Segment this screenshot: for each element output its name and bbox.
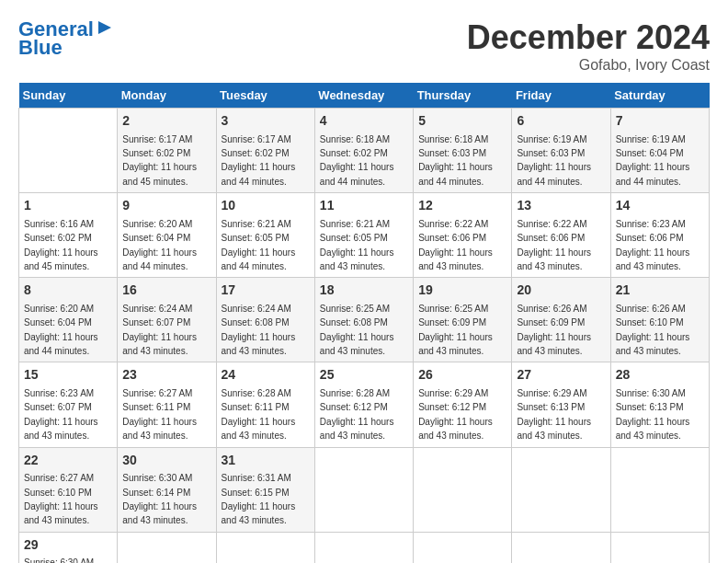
day-info: Sunrise: 6:30 AMSunset: 6:13 PMDaylight:… bbox=[616, 388, 690, 441]
calendar-day-cell: 30 Sunrise: 6:30 AMSunset: 6:14 PMDaylig… bbox=[118, 447, 216, 532]
weekday-header-row: SundayMondayTuesdayWednesdayThursdayFrid… bbox=[19, 83, 710, 109]
day-info: Sunrise: 6:29 AMSunset: 6:13 PMDaylight:… bbox=[517, 388, 591, 441]
day-number: 18 bbox=[320, 282, 408, 300]
day-info: Sunrise: 6:30 AMSunset: 6:14 PMDaylight:… bbox=[122, 473, 197, 525]
day-number: 28 bbox=[616, 366, 704, 385]
calendar-day-cell bbox=[512, 532, 610, 563]
day-info: Sunrise: 6:17 AMSunset: 6:02 PMDaylight:… bbox=[122, 134, 197, 187]
day-info: Sunrise: 6:18 AMSunset: 6:03 PMDaylight:… bbox=[418, 134, 493, 187]
day-info: Sunrise: 6:21 AMSunset: 6:05 PMDaylight:… bbox=[320, 219, 394, 271]
day-info: Sunrise: 6:28 AMSunset: 6:11 PMDaylight:… bbox=[222, 388, 296, 441]
weekday-header-cell: Wednesday bbox=[314, 83, 413, 109]
calendar-day-cell bbox=[216, 532, 314, 563]
day-number: 9 bbox=[122, 197, 210, 215]
day-info: Sunrise: 6:18 AMSunset: 6:02 PMDaylight:… bbox=[320, 134, 394, 187]
svg-marker-0 bbox=[98, 21, 111, 34]
weekday-header-cell: Tuesday bbox=[216, 83, 314, 109]
day-number: 21 bbox=[616, 282, 704, 300]
calendar-day-cell: 6 Sunrise: 6:19 AMSunset: 6:03 PMDayligh… bbox=[512, 109, 610, 193]
calendar-day-cell bbox=[314, 532, 413, 563]
day-info: Sunrise: 6:20 AMSunset: 6:04 PMDaylight:… bbox=[24, 304, 98, 356]
logo-arrow-icon bbox=[98, 19, 115, 36]
calendar-day-cell: 11 Sunrise: 6:21 AMSunset: 6:05 PMDaylig… bbox=[314, 193, 413, 278]
calendar-day-cell: 18 Sunrise: 6:25 AMSunset: 6:08 PMDaylig… bbox=[314, 278, 413, 362]
calendar-day-cell: 12 Sunrise: 6:22 AMSunset: 6:06 PMDaylig… bbox=[414, 193, 512, 278]
day-info: Sunrise: 6:28 AMSunset: 6:12 PMDaylight:… bbox=[320, 388, 394, 441]
day-number: 1 bbox=[24, 197, 112, 215]
calendar-day-cell bbox=[512, 447, 610, 532]
weekday-header-cell: Sunday bbox=[19, 83, 118, 109]
logo-text2: Blue bbox=[18, 37, 63, 59]
calendar-week-row: 22 Sunrise: 6:27 AMSunset: 6:10 PMDaylig… bbox=[19, 447, 710, 532]
calendar-day-cell: 29 Sunrise: 6:30 AMSunset: 6:14 PMDaylig… bbox=[19, 532, 118, 563]
weekday-header-cell: Monday bbox=[118, 83, 216, 109]
day-info: Sunrise: 6:16 AMSunset: 6:02 PMDaylight:… bbox=[24, 219, 98, 271]
day-number: 13 bbox=[517, 197, 605, 215]
calendar-day-cell: 10 Sunrise: 6:21 AMSunset: 6:05 PMDaylig… bbox=[216, 193, 314, 278]
title-block: December 2024 Gofabo, Ivory Coast bbox=[467, 18, 710, 74]
day-number: 19 bbox=[418, 282, 506, 300]
day-info: Sunrise: 6:20 AMSunset: 6:04 PMDaylight:… bbox=[122, 219, 197, 271]
calendar-day-cell: 27 Sunrise: 6:29 AMSunset: 6:13 PMDaylig… bbox=[512, 362, 610, 447]
calendar-day-cell bbox=[19, 109, 118, 193]
calendar-day-cell: 23 Sunrise: 6:27 AMSunset: 6:11 PMDaylig… bbox=[118, 362, 216, 447]
day-info: Sunrise: 6:29 AMSunset: 6:12 PMDaylight:… bbox=[418, 388, 493, 441]
weekday-header-cell: Friday bbox=[512, 83, 610, 109]
weekday-header-cell: Thursday bbox=[414, 83, 512, 109]
day-number: 10 bbox=[222, 197, 310, 215]
day-info: Sunrise: 6:22 AMSunset: 6:06 PMDaylight:… bbox=[418, 219, 493, 271]
calendar-week-row: 8 Sunrise: 6:20 AMSunset: 6:04 PMDayligh… bbox=[19, 278, 710, 362]
calendar-day-cell: 2 Sunrise: 6:17 AMSunset: 6:02 PMDayligh… bbox=[118, 109, 216, 193]
calendar-day-cell: 9 Sunrise: 6:20 AMSunset: 6:04 PMDayligh… bbox=[118, 193, 216, 278]
logo: General Blue bbox=[18, 18, 115, 59]
day-info: Sunrise: 6:26 AMSunset: 6:10 PMDaylight:… bbox=[616, 304, 690, 356]
location-subtitle: Gofabo, Ivory Coast bbox=[467, 57, 710, 74]
day-info: Sunrise: 6:27 AMSunset: 6:11 PMDaylight:… bbox=[122, 388, 197, 441]
calendar-week-row: 2 Sunrise: 6:17 AMSunset: 6:02 PMDayligh… bbox=[19, 109, 710, 193]
day-info: Sunrise: 6:31 AMSunset: 6:15 PMDaylight:… bbox=[222, 473, 296, 525]
calendar-day-cell: 13 Sunrise: 6:22 AMSunset: 6:06 PMDaylig… bbox=[512, 193, 610, 278]
month-title: December 2024 bbox=[467, 18, 710, 57]
day-info: Sunrise: 6:23 AMSunset: 6:07 PMDaylight:… bbox=[24, 388, 98, 441]
day-number: 8 bbox=[24, 282, 112, 300]
calendar-day-cell: 3 Sunrise: 6:17 AMSunset: 6:02 PMDayligh… bbox=[216, 109, 314, 193]
calendar-table: SundayMondayTuesdayWednesdayThursdayFrid… bbox=[18, 83, 710, 563]
calendar-day-cell: 31 Sunrise: 6:31 AMSunset: 6:15 PMDaylig… bbox=[216, 447, 314, 532]
day-number: 20 bbox=[517, 282, 605, 300]
day-info: Sunrise: 6:19 AMSunset: 6:03 PMDaylight:… bbox=[517, 134, 591, 187]
day-number: 27 bbox=[517, 366, 605, 385]
day-number: 29 bbox=[24, 536, 112, 555]
day-number: 6 bbox=[517, 112, 605, 131]
calendar-day-cell: 20 Sunrise: 6:26 AMSunset: 6:09 PMDaylig… bbox=[512, 278, 610, 362]
day-number: 24 bbox=[222, 366, 310, 385]
calendar-day-cell: 26 Sunrise: 6:29 AMSunset: 6:12 PMDaylig… bbox=[414, 362, 512, 447]
calendar-day-cell: 22 Sunrise: 6:27 AMSunset: 6:10 PMDaylig… bbox=[19, 447, 118, 532]
day-number: 11 bbox=[320, 197, 408, 215]
day-number: 23 bbox=[122, 366, 210, 385]
day-info: Sunrise: 6:24 AMSunset: 6:08 PMDaylight:… bbox=[222, 304, 296, 356]
calendar-day-cell: 4 Sunrise: 6:18 AMSunset: 6:02 PMDayligh… bbox=[314, 109, 413, 193]
calendar-day-cell: 17 Sunrise: 6:24 AMSunset: 6:08 PMDaylig… bbox=[216, 278, 314, 362]
calendar-day-cell: 28 Sunrise: 6:30 AMSunset: 6:13 PMDaylig… bbox=[610, 362, 709, 447]
page-header: General Blue December 2024 Gofabo, Ivory… bbox=[18, 18, 710, 74]
calendar-day-cell bbox=[314, 447, 413, 532]
day-number: 25 bbox=[320, 366, 408, 385]
calendar-body: 2 Sunrise: 6:17 AMSunset: 6:02 PMDayligh… bbox=[19, 109, 710, 564]
calendar-day-cell: 25 Sunrise: 6:28 AMSunset: 6:12 PMDaylig… bbox=[314, 362, 413, 447]
calendar-week-row: 1 Sunrise: 6:16 AMSunset: 6:02 PMDayligh… bbox=[19, 193, 710, 278]
calendar-day-cell bbox=[414, 532, 512, 563]
day-info: Sunrise: 6:21 AMSunset: 6:05 PMDaylight:… bbox=[222, 219, 296, 271]
day-info: Sunrise: 6:30 AMSunset: 6:14 PMDaylight:… bbox=[24, 557, 98, 563]
day-number: 5 bbox=[418, 112, 506, 131]
calendar-day-cell bbox=[610, 532, 709, 563]
day-number: 15 bbox=[24, 366, 112, 385]
calendar-day-cell: 24 Sunrise: 6:28 AMSunset: 6:11 PMDaylig… bbox=[216, 362, 314, 447]
day-info: Sunrise: 6:26 AMSunset: 6:09 PMDaylight:… bbox=[517, 304, 591, 356]
calendar-day-cell: 8 Sunrise: 6:20 AMSunset: 6:04 PMDayligh… bbox=[19, 278, 118, 362]
calendar-day-cell: 14 Sunrise: 6:23 AMSunset: 6:06 PMDaylig… bbox=[610, 193, 709, 278]
weekday-header-cell: Saturday bbox=[610, 83, 709, 109]
day-number: 12 bbox=[418, 197, 506, 215]
day-number: 4 bbox=[320, 112, 408, 131]
day-info: Sunrise: 6:17 AMSunset: 6:02 PMDaylight:… bbox=[222, 134, 296, 187]
calendar-day-cell bbox=[414, 447, 512, 532]
